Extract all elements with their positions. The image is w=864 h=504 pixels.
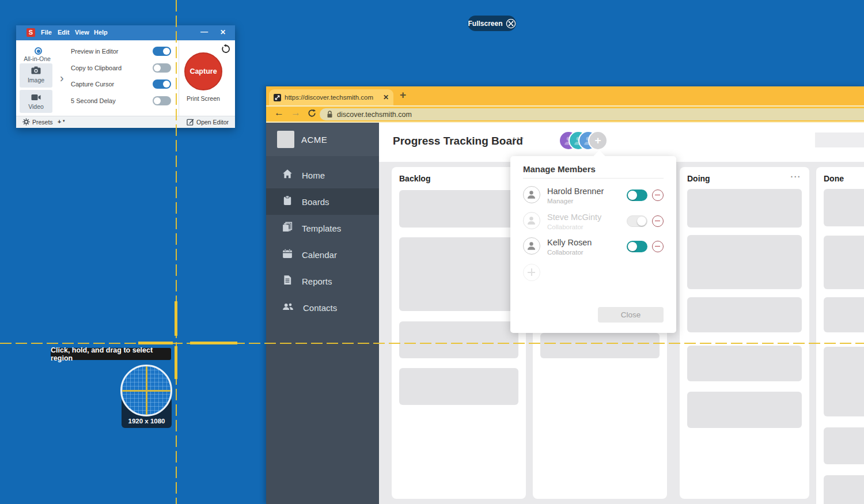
member-role: Collaborator	[547, 223, 583, 230]
mode-video[interactable]: Video	[20, 90, 52, 113]
member-role: Manager	[547, 198, 573, 204]
option-label: Capture Cursor	[71, 81, 114, 88]
column-title: Backlog	[399, 174, 430, 183]
sidebar-item-templates[interactable]: Templates	[266, 215, 379, 241]
dimension-text: 1920 x 1080	[122, 418, 172, 425]
column-title: Doing	[687, 174, 710, 183]
presets-caret-icon[interactable]: ▾	[63, 119, 65, 123]
open-editor-label[interactable]: Open Editor	[196, 119, 229, 126]
open-editor-icon[interactable]	[187, 118, 194, 127]
option-toggle-cursor[interactable]	[153, 79, 171, 89]
menu-help[interactable]: Help	[94, 29, 108, 36]
kanban-card[interactable]	[399, 237, 518, 311]
remove-member-button[interactable]	[652, 215, 664, 227]
sidebar-item-label: Calendar	[302, 250, 337, 260]
member-toggle[interactable]	[627, 241, 647, 252]
snagit-titlebar[interactable]: S File Edit View Help — ✕	[16, 25, 235, 40]
option-toggle-preview[interactable]	[153, 47, 171, 56]
menu-file[interactable]: File	[41, 29, 52, 36]
snagit-footer: Presets + ▾ Open Editor	[16, 116, 235, 128]
toggle-knob	[154, 65, 161, 71]
sidebar-item-contacts[interactable]: Contacts	[266, 294, 379, 321]
acme-logo	[277, 131, 294, 148]
fullscreen-label: Fullscreen	[468, 20, 502, 28]
crosshair-segment	[190, 342, 237, 344]
kanban-card[interactable]	[687, 235, 802, 289]
toggle-knob	[628, 242, 637, 251]
new-tab-icon[interactable]: +	[400, 89, 406, 101]
menu-view[interactable]: View	[75, 29, 89, 36]
chevron-right-icon[interactable]: ›	[60, 71, 64, 85]
board-menu-icon[interactable]: ···	[513, 133, 525, 143]
video-icon	[20, 93, 52, 103]
mode-image[interactable]: Image	[20, 63, 52, 88]
member-toggle[interactable]	[627, 190, 647, 201]
sidebar-item-boards[interactable]: Boards	[266, 188, 379, 215]
forward-icon[interactable]: →	[291, 107, 301, 119]
minimize-icon[interactable]: —	[200, 27, 208, 36]
browser-tab[interactable]: https://discover.techsmith.com ✕	[269, 89, 393, 105]
page-title: Progress Tracking Board	[393, 135, 523, 147]
divider	[179, 40, 179, 116]
kanban-card[interactable]	[687, 189, 802, 228]
magnifier-crosshair-horizontal	[122, 390, 170, 392]
sidebar-item-calendar[interactable]: Calendar	[266, 241, 379, 268]
calendar-icon	[282, 248, 293, 261]
presets-label[interactable]: Presets	[32, 119, 53, 126]
sidebar-item-home[interactable]: Home	[266, 162, 379, 188]
add-preset-icon[interactable]: +	[58, 118, 61, 125]
gear-icon[interactable]	[22, 118, 30, 127]
workspace-name: ACME	[301, 135, 327, 145]
capture-button[interactable]: Capture	[184, 52, 222, 90]
crosshair-segment	[175, 346, 177, 379]
address-bar[interactable]: discover.techsmith.com	[320, 108, 864, 120]
member-toggle[interactable]	[627, 215, 647, 227]
remove-member-button[interactable]	[652, 241, 664, 252]
column-doing: Doing ···	[680, 167, 809, 499]
option-label: Copy to Clipboard	[71, 65, 122, 71]
kanban-card[interactable]	[824, 475, 864, 504]
mode-all-in-one[interactable]: All-in-One	[20, 44, 52, 62]
option-toggle-clipboard[interactable]	[153, 63, 171, 73]
remove-member-button[interactable]	[652, 190, 664, 201]
kanban-card[interactable]	[687, 297, 802, 332]
menu-edit[interactable]: Edit	[58, 29, 70, 36]
column-backlog: Backlog	[392, 167, 526, 499]
option-toggle-delay[interactable]	[153, 96, 171, 105]
sidebar-item-reports[interactable]: Reports	[266, 268, 379, 294]
back-icon[interactable]: ←	[274, 107, 284, 119]
kanban-card[interactable]	[824, 427, 864, 464]
member-name: Steve McGinty	[547, 213, 601, 222]
crosshair-segment	[138, 342, 173, 344]
tab-favicon	[274, 94, 281, 101]
kanban-card[interactable]	[824, 189, 864, 226]
kanban-card[interactable]	[687, 346, 802, 381]
mode-label: Image	[20, 77, 52, 84]
kanban-card[interactable]	[540, 333, 660, 358]
kanban-card[interactable]	[399, 321, 518, 358]
toggle-knob	[637, 217, 646, 226]
kanban-card[interactable]	[399, 368, 518, 405]
add-avatar-button[interactable]: +	[589, 132, 607, 149]
capture-button-label: Capture	[190, 67, 217, 75]
kanban-card[interactable]	[824, 297, 864, 332]
close-button[interactable]: Close	[598, 307, 664, 323]
kanban-card[interactable]	[687, 392, 802, 428]
tab-close-icon[interactable]: ✕	[383, 93, 389, 101]
close-icon[interactable]: ✕	[220, 28, 226, 36]
member-name: Kelly Rosen	[547, 238, 592, 247]
mode-label: Video	[20, 103, 52, 110]
kanban-card[interactable]	[399, 190, 518, 228]
member-name: Harold Brenner	[547, 187, 604, 196]
option-label: 5 Second Delay	[71, 97, 116, 104]
reload-icon[interactable]	[308, 109, 316, 120]
kanban-card[interactable]	[824, 347, 864, 416]
add-member-button[interactable]	[523, 264, 540, 281]
popup-title: Manage Members	[523, 164, 596, 174]
browser-toolbar: ← → discover.techsmith.com	[266, 105, 864, 123]
fullscreen-button[interactable]: Fullscreen	[468, 16, 516, 31]
column-menu-icon[interactable]: ···	[791, 172, 802, 181]
kanban-card[interactable]	[824, 236, 864, 289]
snagit-window: S File Edit View Help — ✕ All-in-One Ima…	[16, 25, 235, 128]
reset-icon[interactable]	[221, 44, 230, 56]
